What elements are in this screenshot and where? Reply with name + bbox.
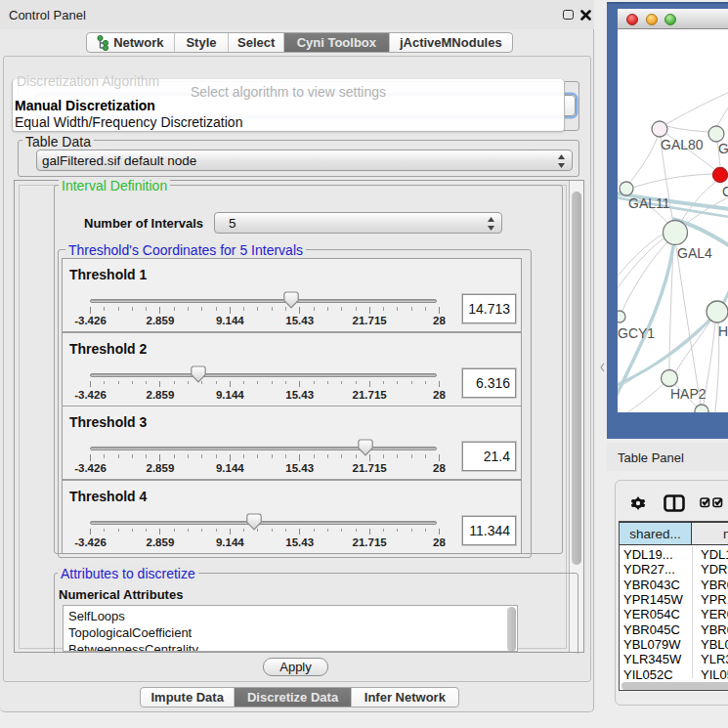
svg-text:HAP2: HAP2 [670, 386, 707, 402]
svg-text:GCY1: GCY1 [618, 325, 655, 341]
svg-text:GAL11: GAL11 [628, 195, 670, 211]
svg-text:GAL80: GAL80 [661, 137, 704, 152]
svg-text:GAL4: GAL4 [677, 245, 712, 261]
svg-text:H: H [718, 323, 728, 339]
svg-text:C: C [722, 184, 728, 199]
svg-text:GA: GA [718, 141, 728, 156]
